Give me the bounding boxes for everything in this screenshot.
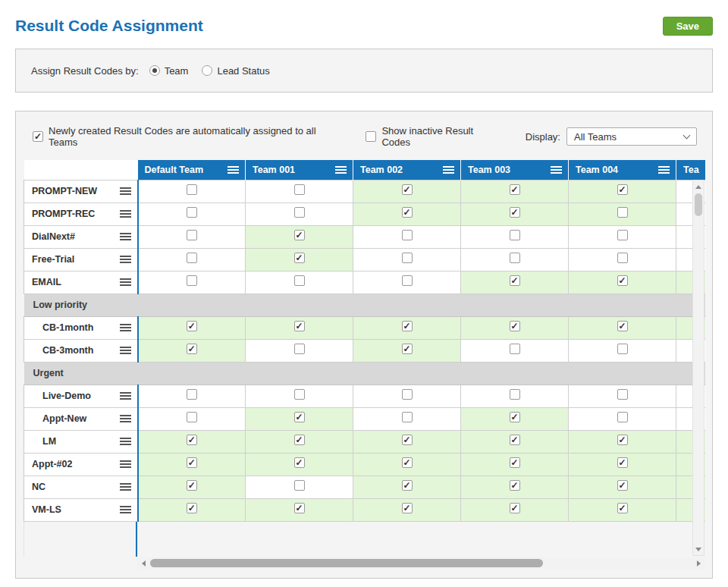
assignment-checkbox[interactable] xyxy=(294,435,305,445)
assignment-checkbox[interactable] xyxy=(187,321,197,331)
assignment-checkbox[interactable] xyxy=(510,480,520,491)
assignment-checkbox[interactable] xyxy=(617,184,628,195)
row-menu-icon[interactable] xyxy=(120,460,131,462)
assignment-checkbox[interactable] xyxy=(617,207,628,218)
assignment-checkbox[interactable] xyxy=(510,184,520,195)
assignment-checkbox[interactable] xyxy=(187,230,197,240)
assignment-checkbox[interactable] xyxy=(510,253,520,263)
assignment-checkbox[interactable] xyxy=(402,207,413,218)
column-menu-icon[interactable] xyxy=(551,166,562,168)
assignment-checkbox[interactable] xyxy=(617,503,628,513)
assignment-checkbox[interactable] xyxy=(510,321,520,331)
auto-assign-checkbox[interactable] xyxy=(33,131,43,142)
assignment-checkbox[interactable] xyxy=(294,275,305,286)
row-menu-icon[interactable] xyxy=(120,415,131,416)
show-inactive-checkbox[interactable] xyxy=(366,131,376,142)
assignment-checkbox[interactable] xyxy=(294,184,305,195)
radio-option-lead-status[interactable]: Lead Status xyxy=(202,65,269,77)
row-menu-icon[interactable] xyxy=(120,256,131,257)
assignment-checkbox[interactable] xyxy=(187,480,197,491)
assignment-checkbox[interactable] xyxy=(187,184,197,195)
assignment-checkbox[interactable] xyxy=(294,480,305,491)
column-header-team-002[interactable]: Team 002 xyxy=(353,160,461,180)
scroll-up-arrow[interactable] xyxy=(693,181,704,192)
assignment-checkbox[interactable] xyxy=(187,412,197,422)
assignment-checkbox[interactable] xyxy=(294,344,305,354)
assignment-checkbox[interactable] xyxy=(187,457,197,468)
assignment-checkbox[interactable] xyxy=(294,457,305,468)
assignment-checkbox[interactable] xyxy=(402,457,413,468)
assignment-checkbox[interactable] xyxy=(617,344,628,354)
assignment-checkbox[interactable] xyxy=(187,253,197,263)
assignment-checkbox[interactable] xyxy=(402,389,413,400)
assignment-checkbox[interactable] xyxy=(187,503,197,513)
assignment-checkbox[interactable] xyxy=(510,389,520,400)
display-select[interactable]: All Teams xyxy=(566,127,697,146)
assignment-checkbox[interactable] xyxy=(402,230,413,240)
assignment-checkbox[interactable] xyxy=(617,230,628,240)
column-menu-icon[interactable] xyxy=(443,166,454,168)
row-menu-icon[interactable] xyxy=(120,483,131,485)
horizontal-scroll-thumb[interactable] xyxy=(150,559,543,567)
assignment-checkbox[interactable] xyxy=(510,230,520,240)
assignment-checkbox[interactable] xyxy=(402,321,413,331)
scroll-left-arrow[interactable] xyxy=(138,557,149,569)
assignment-checkbox[interactable] xyxy=(294,207,305,218)
assignment-checkbox[interactable] xyxy=(402,344,413,354)
auto-assign-option[interactable]: Newly created Result Codes are automatic… xyxy=(33,125,343,148)
assignment-checkbox[interactable] xyxy=(187,344,197,354)
vertical-scroll-thumb[interactable] xyxy=(695,193,702,216)
assignment-checkbox[interactable] xyxy=(617,457,628,468)
column-header-team-001[interactable]: Team 001 xyxy=(246,160,353,180)
assignment-checkbox[interactable] xyxy=(617,321,628,331)
assignment-checkbox[interactable] xyxy=(510,275,520,286)
column-header-default-team[interactable]: Default Team xyxy=(138,160,246,180)
assignment-checkbox[interactable] xyxy=(294,321,305,331)
column-header-partial[interactable]: Tea xyxy=(676,160,705,180)
assignment-checkbox[interactable] xyxy=(187,275,197,286)
show-inactive-option[interactable]: Show inactive Result Codes xyxy=(366,125,502,148)
assignment-checkbox[interactable] xyxy=(402,503,413,513)
assignment-checkbox[interactable] xyxy=(617,480,628,491)
assignment-checkbox[interactable] xyxy=(402,275,413,286)
column-menu-icon[interactable] xyxy=(335,166,347,168)
row-menu-icon[interactable] xyxy=(120,233,131,234)
assignment-checkbox[interactable] xyxy=(510,435,520,445)
assignment-checkbox[interactable] xyxy=(402,184,413,195)
assignment-checkbox[interactable] xyxy=(402,412,413,422)
assignment-checkbox[interactable] xyxy=(617,389,628,400)
vertical-scrollbar[interactable] xyxy=(692,180,704,556)
save-button[interactable]: Save xyxy=(663,17,713,36)
assignment-checkbox[interactable] xyxy=(617,253,628,263)
assignment-checkbox[interactable] xyxy=(510,207,520,218)
radio-icon[interactable] xyxy=(202,65,212,76)
row-menu-icon[interactable] xyxy=(120,506,131,507)
assignment-checkbox[interactable] xyxy=(187,207,197,218)
row-menu-icon[interactable] xyxy=(120,187,131,189)
assignment-checkbox[interactable] xyxy=(187,435,197,445)
assignment-checkbox[interactable] xyxy=(617,412,628,422)
assignment-checkbox[interactable] xyxy=(617,275,628,286)
assignment-checkbox[interactable] xyxy=(510,457,520,468)
column-header-team-003[interactable]: Team 003 xyxy=(461,160,569,180)
assignment-checkbox[interactable] xyxy=(402,253,413,263)
row-menu-icon[interactable] xyxy=(120,210,131,212)
column-menu-icon[interactable] xyxy=(658,166,670,168)
scroll-right-arrow[interactable] xyxy=(693,557,704,569)
radio-option-team[interactable]: Team xyxy=(149,65,189,77)
horizontal-scrollbar[interactable] xyxy=(137,557,704,569)
assignment-checkbox[interactable] xyxy=(294,253,305,263)
row-menu-icon[interactable] xyxy=(120,438,131,439)
assignment-checkbox[interactable] xyxy=(294,389,305,400)
assignment-checkbox[interactable] xyxy=(187,389,197,400)
row-menu-icon[interactable] xyxy=(120,347,131,348)
assignment-checkbox[interactable] xyxy=(510,503,520,513)
row-menu-icon[interactable] xyxy=(120,324,131,325)
assignment-checkbox[interactable] xyxy=(402,435,413,445)
assignment-checkbox[interactable] xyxy=(510,344,520,354)
assignment-checkbox[interactable] xyxy=(294,503,305,513)
assignment-checkbox[interactable] xyxy=(617,435,628,445)
column-header-team-004[interactable]: Team 004 xyxy=(569,160,676,180)
scroll-down-arrow[interactable] xyxy=(693,544,704,554)
assignment-checkbox[interactable] xyxy=(294,412,305,422)
